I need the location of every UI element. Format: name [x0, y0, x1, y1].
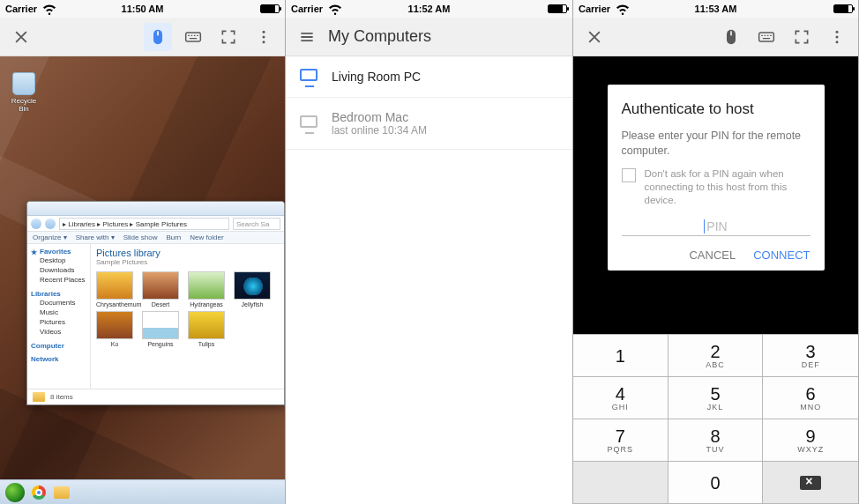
battery-icon: [833, 4, 853, 13]
mouse-mode-button[interactable]: [717, 23, 745, 51]
cancel-button[interactable]: CANCEL: [689, 248, 736, 262]
remote-backdrop: Authenticate to host Please enter your P…: [573, 56, 858, 334]
nav-fwd-icon[interactable]: [45, 219, 56, 229]
recycle-bin-icon: [12, 72, 35, 95]
menu-button[interactable]: [293, 23, 321, 51]
svg-rect-1: [186, 33, 201, 41]
close-button[interactable]: [7, 23, 35, 51]
carrier-label: Carrier: [291, 4, 323, 14]
sidebar-item-pictures[interactable]: Pictures: [40, 317, 86, 327]
host-row-bedroom-mac[interactable]: Bedroom Mac last online 10:34 AM: [286, 98, 572, 150]
search-input[interactable]: Search Sa: [233, 218, 280, 230]
close-button[interactable]: [580, 23, 609, 51]
status-bar: Carrier 11:52 AM: [286, 0, 572, 18]
menu-burn[interactable]: Burn: [166, 233, 181, 241]
thumb-penguins[interactable]: Penguins: [142, 311, 179, 347]
remote-desktop-view[interactable]: Recycle Bin ▸ Libraries ▸ Pictures ▸ Sam…: [0, 56, 285, 504]
menu-slideshow[interactable]: Slide show: [123, 233, 158, 241]
explorer-window[interactable]: ▸ Libraries ▸ Pictures ▸ Sample Pictures…: [26, 201, 285, 405]
address-bar[interactable]: ▸ Libraries ▸ Pictures ▸ Sample Pictures: [59, 218, 229, 230]
numeric-keypad: 1 2ABC 3DEF 4GHI 5JKL 6MNO 7PQRS 8TUV 9W…: [573, 334, 858, 504]
overflow-menu-button[interactable]: [250, 23, 278, 51]
key-4[interactable]: 4GHI: [573, 377, 669, 419]
key-8[interactable]: 8TUV: [669, 419, 764, 462]
start-button[interactable]: [5, 483, 25, 502]
sidebar-network[interactable]: Network: [31, 355, 59, 363]
explorer-content: Pictures library Sample Pictures Chrysan…: [91, 244, 284, 389]
menu-newfolder[interactable]: New folder: [190, 233, 223, 241]
folder-icon: [33, 392, 45, 402]
host-name: Bedroom Mac: [332, 110, 427, 124]
star-icon: ★: [31, 248, 38, 256]
backspace-icon: [800, 476, 821, 490]
taskbar-chrome[interactable]: [30, 484, 48, 501]
wifi-icon: [326, 0, 344, 19]
clock: 11:50 AM: [122, 4, 164, 14]
sidebar-computer[interactable]: Computer: [31, 342, 64, 350]
svg-rect-0: [157, 31, 159, 35]
window-titlebar[interactable]: [27, 202, 284, 216]
sidebar-item-music[interactable]: Music: [40, 308, 86, 317]
pane-host-list: Carrier 11:52 AM My Computers Living Roo…: [286, 0, 573, 504]
thumb-koala[interactable]: Ko: [96, 311, 133, 347]
svg-point-8: [836, 35, 839, 38]
folder-icon: [54, 486, 70, 499]
mouse-mode-button[interactable]: [144, 23, 172, 51]
battery-icon: [260, 4, 280, 13]
taskbar-explorer[interactable]: [53, 484, 71, 501]
pin-input[interactable]: PIN: [622, 218, 810, 236]
fullscreen-button[interactable]: [214, 23, 243, 51]
key-0[interactable]: 0: [669, 462, 764, 504]
desktop-icon-recycle[interactable]: Recycle Bin: [7, 72, 41, 113]
carrier-label: Carrier: [5, 4, 37, 14]
keyboard-button[interactable]: [752, 23, 781, 51]
fullscreen-button[interactable]: [788, 23, 816, 51]
sidebar-item-documents[interactable]: Documents: [40, 298, 86, 308]
key-1[interactable]: 1: [573, 335, 669, 377]
sidebar-item-downloads[interactable]: Downloads: [40, 265, 86, 275]
explorer-sidebar: ★Favorites Desktop Downloads Recent Plac…: [27, 244, 91, 389]
sidebar-item-recent[interactable]: Recent Places: [40, 275, 86, 285]
keyboard-button[interactable]: [179, 23, 207, 51]
key-backspace[interactable]: [763, 462, 858, 504]
monitor-icon: [300, 69, 319, 85]
thumb-hydrangeas[interactable]: Hydrangeas: [188, 271, 225, 308]
menu-share[interactable]: Share with ▾: [76, 233, 115, 241]
explorer-statusbar: 8 items: [27, 389, 284, 404]
pane-authenticate: Carrier 11:53 AM Authenticate to host Pl…: [573, 0, 859, 504]
key-9[interactable]: 9WXYZ: [763, 419, 858, 462]
key-5[interactable]: 5JKL: [669, 377, 764, 419]
svg-point-9: [836, 41, 839, 43]
connect-button[interactable]: CONNECT: [753, 248, 810, 262]
svg-point-3: [263, 35, 265, 38]
thumb-desert[interactable]: Desert: [142, 271, 179, 308]
host-name: Living Room PC: [332, 70, 421, 84]
key-3[interactable]: 3DEF: [763, 335, 858, 377]
host-row-living-room[interactable]: Living Room PC: [286, 56, 572, 98]
page-title: My Computers: [328, 27, 431, 46]
status-bar: Carrier 11:50 AM: [0, 0, 285, 18]
key-6[interactable]: 6MNO: [763, 377, 858, 419]
overflow-menu-button[interactable]: [823, 23, 851, 51]
thumb-tulips[interactable]: Tulips: [188, 311, 225, 347]
wifi-icon: [614, 0, 631, 19]
windows-taskbar[interactable]: [0, 479, 285, 504]
session-toolbar: [0, 18, 285, 56]
recycle-bin-label: Recycle Bin: [11, 97, 36, 113]
sidebar-item-videos[interactable]: Videos: [40, 327, 86, 337]
menu-organize[interactable]: Organize ▾: [33, 233, 67, 241]
remember-checkbox[interactable]: [622, 168, 636, 182]
sidebar-item-desktop[interactable]: Desktop: [40, 256, 86, 265]
sidebar-favorites[interactable]: Favorites: [40, 248, 71, 256]
thumb-chrysanthemum[interactable]: Chrysanthemum: [96, 271, 133, 308]
host-last-online: last online 10:34 AM: [332, 124, 427, 137]
item-count: 8 items: [50, 393, 73, 401]
thumb-jellyfish[interactable]: Jellyfish: [234, 271, 271, 308]
key-blank: [573, 462, 669, 504]
dialog-title: Authenticate to host: [622, 100, 810, 118]
key-2[interactable]: 2ABC: [669, 335, 764, 377]
carrier-label: Carrier: [579, 4, 610, 14]
nav-back-icon[interactable]: [31, 219, 41, 229]
key-7[interactable]: 7PQRS: [573, 419, 669, 462]
sidebar-libraries[interactable]: Libraries: [31, 290, 61, 298]
